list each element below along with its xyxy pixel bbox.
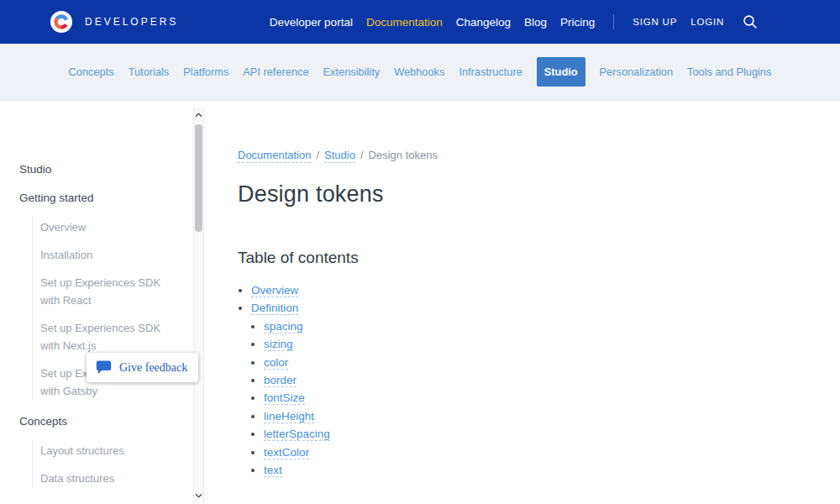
breadcrumb-separator: / <box>316 149 319 161</box>
toc-item: spacing <box>264 318 742 335</box>
sidebar-item-getting-started[interactable]: Getting started <box>19 190 192 207</box>
tab-webhooks[interactable]: Webhooks <box>394 57 444 87</box>
speech-bubble-icon <box>96 360 112 375</box>
tab-studio[interactable]: Studio <box>537 57 585 87</box>
breadcrumb-current: Design tokens <box>369 149 438 161</box>
sidebar-item-layout-structures[interactable]: Layout structures <box>40 442 168 459</box>
toc-sublist: spacing sizing color border fontSize lin… <box>251 318 742 480</box>
toc-item: textColor <box>264 444 742 461</box>
tab-extensibility[interactable]: Extensibility <box>323 57 381 87</box>
toc-link-overview[interactable]: Overview <box>251 284 298 297</box>
tab-infrastructure[interactable]: Infrastructure <box>459 57 522 87</box>
nav-documentation[interactable]: Documentation <box>366 16 443 29</box>
tab-personalization[interactable]: Personalization <box>600 57 674 87</box>
brand-home-link[interactable]: DEVELOPERS <box>50 11 178 33</box>
toc-item: Definition spacing sizing color border f… <box>251 299 742 479</box>
sidebar-nav: Studio Getting started Overview Installa… <box>0 101 192 504</box>
toc-link-text[interactable]: text <box>264 464 282 477</box>
give-feedback-button[interactable]: Give feedback <box>87 353 198 382</box>
sidebar-item-studio[interactable]: Studio <box>19 161 192 178</box>
toc-link-border[interactable]: border <box>264 374 297 387</box>
brand-name: DEVELOPERS <box>85 16 178 28</box>
tab-platforms[interactable]: Platforms <box>183 57 228 87</box>
toc-item: Overview <box>251 281 742 299</box>
sidebar-group-concepts: Layout structures Data structures <box>32 440 192 487</box>
toc-item: fontSize <box>264 389 742 407</box>
sidebar-item-concepts[interactable]: Concepts <box>19 413 192 430</box>
signup-button[interactable]: SIGN UP <box>633 17 677 27</box>
table-of-contents: Overview Definition spacing sizing color… <box>238 281 742 479</box>
breadcrumb-link-documentation[interactable]: Documentation <box>238 149 311 163</box>
contentful-logo-icon <box>50 11 72 33</box>
tab-api-reference[interactable]: API reference <box>243 57 308 87</box>
sidebar-scrollbar[interactable] <box>193 108 204 503</box>
toc-link-letterspacing[interactable]: letterSpacing <box>264 428 330 441</box>
chevron-down-icon[interactable] <box>194 490 203 501</box>
toc-link-textcolor[interactable]: textColor <box>264 446 309 459</box>
top-nav: Developer portal Documentation Changelog… <box>270 14 758 29</box>
toc-item: color <box>264 354 742 371</box>
sidebar-item-overview[interactable]: Overview <box>40 218 168 236</box>
search-icon[interactable] <box>743 14 758 29</box>
nav-developer-portal[interactable]: Developer portal <box>270 16 353 29</box>
toc-link-spacing[interactable]: spacing <box>264 320 303 333</box>
breadcrumb-separator: / <box>360 149 364 161</box>
nav-pricing[interactable]: Pricing <box>560 16 595 29</box>
sidebar-item-sdk-nextjs[interactable]: Set up Experiences SDK with Next.js <box>40 319 168 354</box>
toc-link-lineheight[interactable]: lineHeight <box>264 410 314 423</box>
toc-link-sizing[interactable]: sizing <box>264 338 293 351</box>
top-header-bar: DEVELOPERS Developer portal Documentatio… <box>0 0 840 44</box>
sidebar-item-installation[interactable]: Installation <box>40 246 168 264</box>
toc-item: lineHeight <box>264 407 742 425</box>
toc-link-color[interactable]: color <box>264 356 288 370</box>
nav-changelog[interactable]: Changelog <box>456 16 511 29</box>
toc-item: letterSpacing <box>264 425 742 443</box>
content-area: Studio Getting started Overview Installa… <box>0 101 840 503</box>
sidebar-item-guides[interactable]: Guides <box>19 501 192 504</box>
give-feedback-label: Give feedback <box>119 361 187 375</box>
chevron-up-icon[interactable] <box>194 109 203 121</box>
toc-heading: Table of contents <box>238 248 742 268</box>
toc-item: text <box>264 461 742 479</box>
nav-blog[interactable]: Blog <box>524 16 547 29</box>
breadcrumb: Documentation/Studio/Design tokens <box>238 149 742 161</box>
doc-section-tabs: Concepts Tutorials Platforms API referen… <box>0 44 840 101</box>
tab-concepts[interactable]: Concepts <box>69 57 114 87</box>
page: DEVELOPERS Developer portal Documentatio… <box>0 0 840 504</box>
toc-item: border <box>264 371 742 389</box>
tab-tools-and-plugins[interactable]: Tools and Plugins <box>687 57 771 87</box>
login-button[interactable]: LOGIN <box>690 17 724 27</box>
sidebar-item-data-structures[interactable]: Data structures <box>40 470 168 487</box>
header-divider <box>613 14 614 29</box>
toc-link-fontsize[interactable]: fontSize <box>264 391 305 405</box>
sidebar-item-sdk-react[interactable]: Set up Experiences SDK with React <box>40 274 168 309</box>
page-title: Design tokens <box>238 181 742 207</box>
main-article: Documentation/Studio/Design tokens Desig… <box>238 101 742 479</box>
tab-tutorials[interactable]: Tutorials <box>129 57 170 87</box>
breadcrumb-link-studio[interactable]: Studio <box>324 149 355 163</box>
scrollbar-thumb[interactable] <box>195 124 202 232</box>
toc-item: sizing <box>264 335 742 353</box>
toc-link-definition[interactable]: Definition <box>251 302 298 315</box>
